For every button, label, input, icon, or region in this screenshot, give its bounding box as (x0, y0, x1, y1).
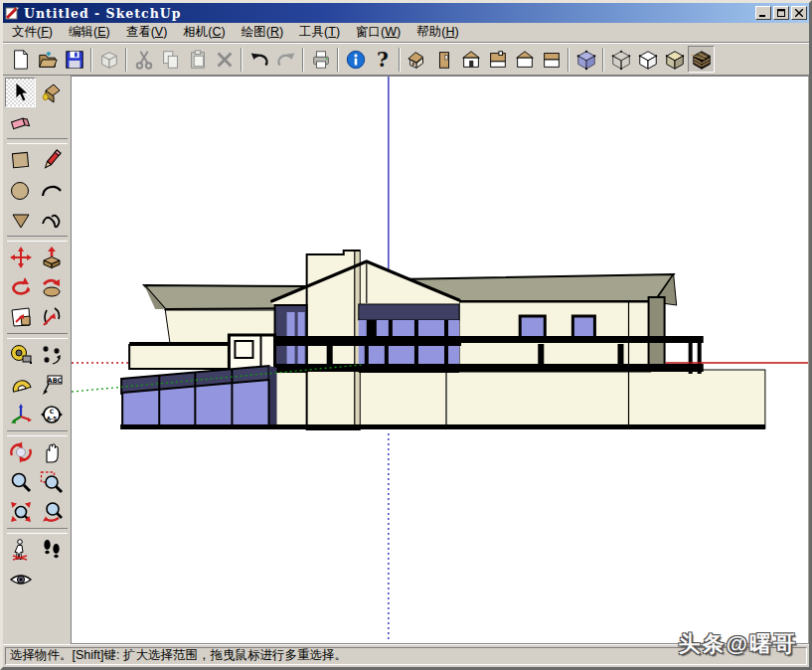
zoom-tool-button[interactable] (5, 467, 36, 497)
textured-icon (691, 49, 713, 71)
xray-mode-button[interactable] (572, 46, 599, 73)
svg-text:C: C (49, 408, 54, 415)
walk-icon (40, 538, 64, 562)
circle-tool-button[interactable] (5, 175, 36, 205)
watermark: 头条@曙哥 (679, 629, 797, 659)
pushpull-icon (40, 246, 64, 269)
axes-tool-button[interactable] (5, 400, 36, 429)
eraser-icon (9, 110, 33, 134)
model-info-button[interactable] (342, 46, 369, 73)
walk-tool-button[interactable] (36, 535, 67, 565)
print-button[interactable] (307, 46, 334, 73)
menu-tools[interactable]: 工具(T) (291, 22, 348, 43)
wireframe-mode-button[interactable] (607, 46, 634, 73)
zoom-window-tool-button[interactable] (36, 467, 67, 497)
line-tool-button[interactable] (36, 145, 67, 175)
poscam-icon (9, 538, 33, 562)
eraser-tool-button[interactable] (5, 107, 36, 137)
move-tool-button[interactable] (5, 243, 36, 272)
scale-tool-button[interactable] (36, 302, 67, 332)
undo-button[interactable] (245, 46, 272, 73)
app-window: Untitled - SketchUp 文件(F)编辑(E)查看(V)相机(C)… (0, 0, 812, 670)
orbit-tool-button[interactable] (5, 437, 36, 467)
zoomprev-icon (40, 500, 64, 524)
text-icon: ABC (40, 373, 64, 397)
open-icon (37, 49, 59, 71)
copy-icon (160, 49, 182, 71)
shaded-mode-button[interactable] (661, 46, 688, 73)
menu-edit[interactable]: 编辑(E) (61, 22, 118, 43)
zoom-previous-tool-button[interactable] (36, 497, 67, 527)
toolbar-separator (568, 48, 569, 72)
view-back-icon (514, 49, 536, 71)
new-button[interactable] (7, 46, 34, 73)
rectangle-tool-button[interactable] (5, 145, 36, 175)
push-pull-tool-button[interactable] (36, 243, 67, 272)
menu-file[interactable]: 文件(F) (4, 22, 61, 43)
view-iso-icon (406, 49, 428, 71)
protractor-tool-button[interactable] (5, 370, 36, 400)
position-camera-tool-button[interactable] (5, 535, 36, 565)
drawing-canvas[interactable] (71, 76, 809, 644)
maximize-button[interactable] (773, 6, 789, 20)
view-front-button[interactable] (457, 46, 484, 73)
tape-measure-tool-button[interactable] (5, 340, 36, 370)
menubar: 文件(F)编辑(E)查看(V)相机(C)绘图(R)工具(T)窗口(W)帮助(H) (3, 23, 809, 43)
palette-separator (7, 236, 68, 242)
minimize-button[interactable] (755, 6, 771, 20)
erase-icon (214, 49, 236, 71)
move-icon (9, 246, 33, 269)
view-top-button[interactable] (484, 46, 511, 73)
freehand-tool-button[interactable] (36, 205, 67, 235)
menu-camera[interactable]: 相机(C) (175, 22, 233, 43)
redo-icon (275, 49, 297, 71)
pan-tool-button[interactable] (36, 437, 67, 467)
freehand-icon (40, 208, 64, 232)
save-button[interactable] (61, 46, 87, 73)
print-icon (310, 49, 332, 71)
toolbar-separator (337, 48, 339, 72)
redo-button (272, 46, 299, 73)
arc-icon (40, 178, 64, 202)
view-back-button[interactable] (511, 46, 538, 73)
dimension-icon (40, 343, 64, 367)
view-left-button[interactable] (538, 46, 565, 73)
follow-me-tool-button[interactable] (36, 272, 67, 302)
offset-icon (9, 305, 33, 329)
toolbar-separator (125, 48, 127, 72)
tape-icon (9, 343, 33, 367)
palette-separator (7, 333, 68, 339)
view-right-icon (433, 49, 455, 71)
zoom-extents-tool-button[interactable] (5, 497, 36, 527)
look-around-tool-button[interactable] (5, 565, 36, 594)
menu-view[interactable]: 查看(V) (118, 22, 176, 43)
select-tool-button[interactable] (5, 78, 36, 107)
arc-tool-button[interactable] (36, 175, 67, 205)
hidden-line-mode-button[interactable] (634, 46, 661, 73)
hiddenline-icon (637, 49, 659, 71)
dimension-tool-button[interactable] (36, 340, 67, 370)
open-button[interactable] (34, 46, 61, 73)
new-icon (10, 49, 32, 71)
menu-draw[interactable]: 绘图(R) (234, 22, 291, 43)
pan-icon (40, 440, 64, 464)
text-tool-button[interactable]: ABC (36, 370, 67, 400)
palette-separator (7, 528, 68, 534)
zoom-icon (9, 470, 33, 494)
menu-window[interactable]: 窗口(W) (348, 22, 408, 43)
view-right-button[interactable] (430, 46, 457, 73)
paint-bucket-tool-button[interactable] (36, 78, 67, 107)
polygon-tool-button[interactable] (5, 205, 36, 235)
polygon-icon (9, 208, 33, 232)
toolbar-separator (302, 48, 304, 72)
offset-tool-button[interactable] (5, 302, 36, 332)
section-tool-button[interactable]: CA-5 (36, 400, 67, 429)
palette-separator (7, 430, 68, 436)
close-button[interactable] (791, 6, 807, 20)
help-button[interactable]: ? (369, 46, 396, 73)
circle-icon (9, 178, 33, 202)
view-iso-button[interactable] (404, 46, 430, 73)
textured-mode-button[interactable] (688, 46, 715, 73)
rotate-tool-button[interactable] (5, 272, 36, 302)
menu-help[interactable]: 帮助(H) (408, 22, 466, 43)
